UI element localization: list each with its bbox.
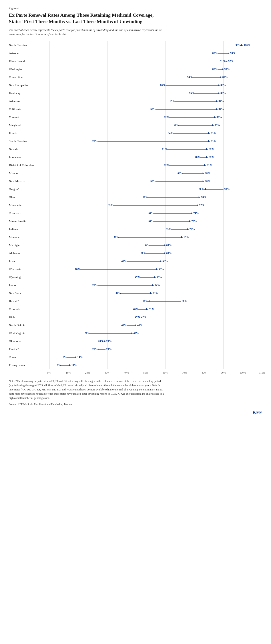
start-value-label: 52%	[144, 244, 150, 247]
start-value-label: 99%	[236, 44, 241, 47]
chart-row: North Carolina99%100%	[9, 41, 262, 49]
start-value-label: 54%	[148, 220, 154, 223]
x-tick: 50%	[143, 371, 148, 374]
state-label: North Carolina	[9, 43, 49, 47]
start-value-label: 69%	[178, 172, 183, 175]
end-value-label: 82%	[209, 148, 214, 151]
chart-row: New Hampshire60%88%	[9, 81, 262, 89]
start-value-label: 9%	[63, 356, 67, 359]
end-value-label: 77%	[199, 204, 204, 207]
start-value-label: 40%	[121, 324, 126, 327]
end-value-label: 81%	[207, 164, 212, 167]
chart-row: Washington87%90%	[9, 65, 262, 73]
state-label: Oregon*	[9, 187, 49, 191]
chart-note: Note: *The decreasing ex parte rates in …	[9, 379, 164, 400]
x-tick: 100%	[240, 371, 246, 374]
x-tick: 40%	[124, 371, 129, 374]
end-value-label: 55%	[156, 276, 162, 279]
start-value-label: 25%	[92, 284, 98, 287]
chart-row: Colorado46%51%	[9, 305, 262, 313]
end-value-label: 51%	[149, 308, 154, 311]
end-value-label: 83%	[211, 140, 216, 143]
end-value-label: 72%	[190, 228, 195, 231]
end-value-label: 11%	[72, 364, 77, 367]
state-label: Hawaii*	[9, 299, 49, 303]
start-value-label: 47%	[135, 276, 140, 279]
end-value-label: 29%	[106, 340, 112, 343]
state-label: North Dakota	[9, 323, 49, 327]
chart-row: North Dakota40%45%	[9, 321, 262, 329]
chart-row: Alabama50%60%	[9, 249, 262, 257]
state-label: Montana	[9, 235, 49, 239]
start-value-label: 50%	[140, 252, 146, 255]
end-value-label: 83%	[211, 132, 216, 135]
state-label: Massachusetts	[9, 219, 49, 223]
chart-row: Florida*29%25%	[9, 345, 262, 353]
start-value-label: 74%	[187, 76, 192, 79]
state-label: Ohio	[9, 195, 49, 199]
end-value-label: 69%	[184, 236, 189, 239]
chart-row: Vermont62%86%	[9, 113, 262, 121]
state-label: Florida*	[9, 347, 49, 351]
start-value-label: 36%	[114, 236, 119, 239]
chart-row: Rhode Island91%92%	[9, 57, 262, 65]
start-value-label: 37%	[116, 292, 121, 295]
end-value-label: 92%	[228, 60, 234, 63]
chart-row: Idaho25%54%	[9, 281, 262, 289]
end-value-label: 86%	[216, 116, 222, 119]
state-label: Texas	[9, 355, 49, 359]
chart-row: Arizona87%93%	[9, 49, 262, 57]
state-label: New York	[9, 291, 49, 295]
chart-row: Texas9%14%	[9, 353, 262, 361]
end-value-label: 73%	[192, 220, 197, 223]
chart-row: Minnesota33%77%	[9, 201, 262, 209]
start-value-label: 28%	[98, 340, 104, 343]
state-label: California	[9, 107, 49, 111]
chart-row: Missouri69%80%	[9, 169, 262, 177]
chart-source: Source: KFF Medicaid Enrollment and Unwi…	[9, 403, 262, 406]
chart-row: Nevada61%82%	[9, 145, 262, 153]
end-value-label: 85%	[214, 124, 220, 127]
end-value-label: 100%	[244, 44, 250, 47]
chart-row: Wisconsin16%56%	[9, 265, 262, 273]
state-label: Tennessee	[9, 211, 49, 215]
start-value-label: 67%	[174, 124, 179, 127]
chart-row: West Virginia21%43%	[9, 329, 262, 337]
end-value-label: 78%	[201, 196, 206, 199]
chart-row: Oklahoma28%29%	[9, 337, 262, 345]
x-tick: 10%	[66, 371, 71, 374]
x-tick: 0%	[47, 371, 51, 374]
end-value-label: 43%	[133, 332, 138, 335]
start-value-label: 68%	[182, 300, 187, 303]
state-label: Washington	[9, 67, 49, 71]
start-value-label: 55%	[150, 108, 156, 111]
chart-row: Montana36%69%	[9, 233, 262, 241]
chart-row: Oregon*90%80%	[9, 185, 262, 193]
start-value-label: 47%	[135, 316, 140, 319]
state-label: Louisiana	[9, 155, 49, 159]
state-label: Minnesota	[9, 203, 49, 207]
chart-row: Tennessee54%74%	[9, 209, 262, 217]
state-label: Maryland	[9, 123, 49, 127]
end-value-label: 87%	[218, 100, 224, 103]
end-value-label: 47%	[141, 316, 146, 319]
state-label: Wisconsin	[9, 267, 49, 271]
end-value-label: 45%	[137, 324, 142, 327]
start-value-label: 29%	[106, 348, 112, 351]
chart-row: Pennsylvania6%11%	[9, 361, 262, 369]
end-value-label: 58%	[162, 260, 168, 263]
end-value-label: 56%	[158, 268, 164, 271]
x-tick: 110%	[259, 371, 265, 374]
chart-row: New Mexico55%80%	[9, 177, 262, 185]
state-label: Rhode Island	[9, 59, 49, 63]
chart-row: Connecticut74%89%	[9, 73, 262, 81]
end-value-label: 74%	[193, 212, 198, 215]
start-value-label: 62%	[164, 116, 169, 119]
end-value-label: 80%	[205, 180, 210, 183]
end-value-label: 82%	[209, 156, 214, 159]
chart-row: Indiana63%72%	[9, 225, 262, 233]
start-value-label: 61%	[162, 148, 167, 151]
state-label: Nevada	[9, 147, 49, 151]
state-label: Alabama	[9, 251, 49, 255]
start-value-label: 91%	[220, 60, 226, 63]
